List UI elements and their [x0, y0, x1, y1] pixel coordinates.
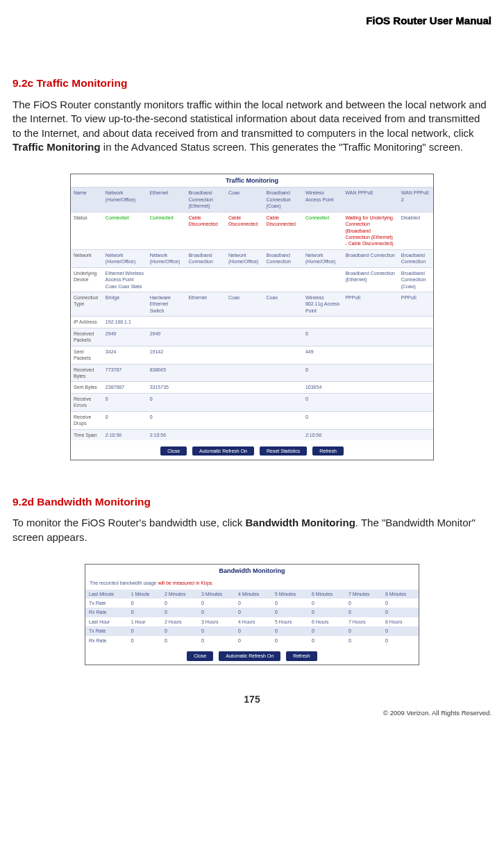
cell: 0 [382, 608, 419, 617]
para-92c-a: The FiOS Router constantly monitors traf… [12, 99, 487, 139]
section-92d-heading: 9.2d Bandwidth Monitoring [12, 495, 492, 510]
cell: 0 [128, 636, 161, 645]
cell: 8 Minutes [382, 590, 419, 599]
cell: Broadband Connection (Coax) [398, 267, 433, 292]
cell [264, 393, 303, 411]
cell: Received Bytes [71, 364, 103, 382]
refresh-button[interactable]: Refresh [286, 651, 317, 660]
cell: 838665 [147, 364, 186, 382]
bw-note-red: will be measured in Kbps. [158, 580, 213, 585]
cell [342, 317, 398, 328]
cell: 2:10:56 [147, 429, 186, 440]
cell: 0 [308, 608, 345, 617]
cell: 0 [271, 636, 308, 645]
cell [264, 346, 303, 364]
cell: 2387087 [103, 382, 147, 393]
cell [342, 364, 398, 382]
cell: 0 [345, 626, 382, 635]
row-underlying-device: Underlying DeviceEthernet Wireless Acces… [71, 267, 433, 292]
cell [342, 382, 398, 393]
cell: 0 [303, 411, 342, 429]
cell: 2949 [147, 328, 186, 346]
cell: 0 [345, 599, 382, 608]
cell [303, 267, 342, 292]
cell: Coax [226, 292, 264, 317]
bw-row-tx2: Tx Rate00000000 [85, 626, 419, 635]
cell [185, 267, 226, 292]
cell: 0 [147, 393, 186, 411]
section-92d-paragraph: To monitor the FiOS Router's bandwidth u… [12, 516, 492, 544]
cell: Receive Drops [71, 411, 103, 429]
cell: Wireless 802.11g Access Point [303, 292, 342, 317]
cell: 0 [303, 328, 342, 346]
cell: Last Hour [85, 617, 128, 626]
page-number: 175 [12, 693, 492, 706]
para-92c-bold: Traffic Monitoring [12, 141, 101, 153]
cell: 5 Minutes [271, 590, 308, 599]
cell [226, 328, 264, 346]
cell: 0 [161, 636, 198, 645]
reset-statistics-button[interactable]: Reset Statistics [260, 446, 307, 456]
cell: 0 [128, 599, 161, 608]
cell: 0 [303, 393, 342, 411]
cell: 0 [308, 626, 345, 635]
cell [185, 328, 226, 346]
cell [147, 317, 186, 328]
cell: 3 Hours [198, 617, 235, 626]
auto-refresh-button[interactable]: Automatic Refresh On [219, 651, 280, 660]
cell: 0 [198, 599, 235, 608]
cell [185, 346, 226, 364]
cell: Sent Packets [71, 346, 103, 364]
cell [398, 382, 433, 393]
cell: 0 [303, 364, 342, 382]
cell: Ethernet [185, 292, 226, 317]
bandwidth-title: Bandwidth Monitoring [85, 565, 419, 577]
cell: 0 [308, 599, 345, 608]
cell: 2949 [103, 328, 147, 346]
cell [398, 364, 433, 382]
cell: Cable Disconnected [264, 212, 303, 249]
cell [264, 364, 303, 382]
bw-row-min-hdr: Last Minute1 Minute2 Minutes3 Minutes4 M… [85, 590, 419, 599]
row-connection-type: Connection TypeBridgeHardware Ethernet S… [71, 292, 433, 317]
cell: 0 [161, 608, 198, 617]
cell: Broadband Connection [398, 249, 433, 267]
manual-title: FiOS Router User Manual [12, 14, 492, 28]
cell: Network (Home/Office) [103, 249, 147, 267]
refresh-button[interactable]: Refresh [312, 446, 344, 456]
cell [226, 393, 264, 411]
cell [398, 411, 433, 429]
cell: Coax [264, 292, 303, 317]
para-92c-b: in the Advanced Status screen. This gene… [101, 141, 463, 153]
cell: Hardware Ethernet Switch [147, 292, 186, 317]
row-received-bytes: Received Bytes7737878386650 [71, 364, 433, 382]
auto-refresh-button[interactable]: Automatic Refresh On [192, 446, 254, 456]
cell: Connected [303, 212, 342, 249]
cell: 7 Hours [345, 617, 382, 626]
cell: 3 Minutes [198, 590, 235, 599]
bandwidth-monitoring-screenshot: Bandwidth Monitoring The recorded bandwi… [85, 564, 419, 665]
cell [185, 393, 226, 411]
cell [264, 429, 303, 440]
close-button[interactable]: Close [187, 651, 213, 660]
cell [398, 328, 433, 346]
cell: Broadband Connection (Ethernet) [342, 267, 398, 292]
cell [185, 382, 226, 393]
cell: Rx Rate [85, 636, 128, 645]
cell: Broadband Connection [264, 249, 303, 267]
cell: 0 [235, 626, 271, 635]
cell: 103654 [303, 382, 342, 393]
cell: IP Address [71, 317, 103, 328]
cell [398, 317, 433, 328]
cell [264, 411, 303, 429]
cell: Wireless Access Point [303, 187, 342, 212]
row-sent-bytes: Sent Bytes23870873315735103654 [71, 382, 433, 393]
cell: Network (Home/Office) [303, 249, 342, 267]
close-button[interactable]: Close [160, 446, 187, 456]
cell: Status [71, 212, 103, 249]
section-92c-paragraph: The FiOS Router constantly monitors traf… [12, 98, 492, 154]
traffic-table: NameNetwork (Home/Office)EthernetBroadba… [71, 187, 433, 440]
cell [264, 317, 303, 328]
cell: Tx Rate [85, 626, 128, 635]
row-status: StatusConnectedConnectedCable Disconnect… [71, 212, 433, 249]
